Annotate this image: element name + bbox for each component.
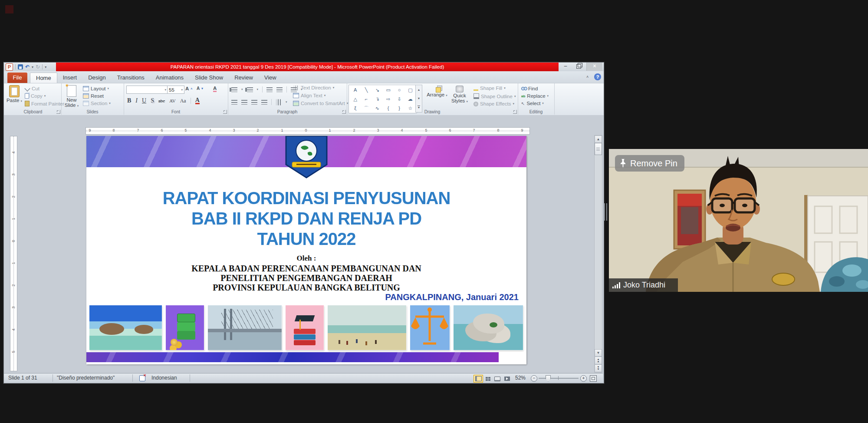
shape-arrow-icon[interactable]: ↘: [375, 86, 379, 94]
image-beach-rocks[interactable]: [89, 305, 162, 350]
shapes-more-icon[interactable]: ▼: [418, 106, 421, 109]
scroll-down-icon[interactable]: ▼: [595, 349, 602, 357]
bullets-icon[interactable]: [231, 87, 237, 92]
shape-rectangle-icon[interactable]: ▭: [386, 86, 390, 94]
align-left-icon[interactable]: [231, 100, 237, 105]
shape-outline-button[interactable]: Shape Outline ▾: [473, 93, 516, 99]
shape-triangle-icon[interactable]: △: [353, 95, 357, 103]
slide-show-button[interactable]: [502, 375, 512, 383]
slide-body-textbox[interactable]: KEPALA BADAN PERENCANAAN PEMBANGUNAN DAN…: [86, 264, 526, 292]
shape-effects-button[interactable]: Shape Effects ▾: [473, 101, 514, 106]
decrease-indent-icon[interactable]: [266, 87, 273, 92]
drawing-dialog-launcher-icon[interactable]: [513, 110, 517, 114]
zoom-slider-thumb[interactable]: [546, 375, 551, 382]
shape-cloud-icon[interactable]: ☁: [408, 95, 413, 103]
customize-qat-dropdown-icon[interactable]: ▾: [45, 65, 46, 69]
strikethrough-button[interactable]: abc: [158, 98, 165, 103]
image-scales-of-justice[interactable]: [410, 305, 450, 350]
font-color-button[interactable]: A: [195, 98, 200, 104]
help-icon[interactable]: ?: [594, 73, 601, 80]
align-center-icon[interactable]: [241, 100, 247, 105]
normal-view-button[interactable]: [473, 375, 483, 383]
next-slide-button[interactable]: ▼▼: [595, 364, 602, 372]
text-direction-button[interactable]: Text Direction ▾: [293, 85, 334, 90]
layout-button[interactable]: Layout ▾: [83, 86, 109, 91]
character-spacing-button[interactable]: AV: [169, 98, 175, 103]
slide-sorter-view-button[interactable]: [483, 375, 493, 383]
copy-button[interactable]: Copy ▾: [25, 93, 46, 99]
tab-transitions[interactable]: Transitions: [112, 73, 150, 83]
collapse-ribbon-icon[interactable]: ˄: [586, 75, 589, 79]
spell-check-icon[interactable]: [139, 375, 145, 381]
fit-slide-to-window-button[interactable]: [590, 375, 597, 382]
shape-textbox-icon[interactable]: A: [354, 86, 357, 94]
close-button[interactable]: ×: [586, 63, 602, 71]
shape-elbow-arrow-icon[interactable]: ↴: [375, 95, 379, 103]
quick-styles-button[interactable]: Quick Styles ▾: [450, 84, 469, 103]
shapes-scroll-up-icon[interactable]: ▲: [418, 88, 421, 91]
panel-resize-grip[interactable]: [604, 203, 605, 221]
bullets-dropdown-icon[interactable]: ▾: [241, 88, 243, 91]
shrink-font-button[interactable]: A▾: [197, 86, 203, 91]
zoom-out-button[interactable]: −: [531, 375, 537, 382]
language-status[interactable]: Indonesian: [151, 375, 177, 381]
text-shadow-button[interactable]: S: [151, 97, 154, 104]
columns-dropdown-icon[interactable]: ▾: [286, 100, 287, 104]
tab-home[interactable]: Home: [30, 73, 57, 83]
slide-footer-band[interactable]: [86, 352, 499, 362]
image-graduation-books[interactable]: [286, 305, 324, 350]
scroll-up-icon[interactable]: ▲: [595, 135, 602, 143]
align-right-icon[interactable]: [251, 100, 257, 105]
numbering-dropdown-icon[interactable]: ▾: [257, 88, 259, 91]
font-size-combo[interactable]: 55 ▾: [167, 86, 184, 94]
slide-oleh-label[interactable]: Oleh :: [86, 254, 526, 263]
minimize-button[interactable]: –: [559, 63, 572, 71]
redo-icon[interactable]: ↻: [36, 64, 40, 70]
columns-icon[interactable]: [276, 99, 281, 105]
powerpoint-app-icon[interactable]: P: [6, 63, 13, 71]
paste-dropdown-icon[interactable]: ▾: [21, 99, 23, 102]
increase-indent-icon[interactable]: [276, 87, 283, 92]
cut-button[interactable]: Cut: [25, 86, 39, 91]
underline-button[interactable]: U: [142, 97, 146, 104]
zoom-slider-track[interactable]: [539, 378, 579, 379]
scrollbar-thumb[interactable]: [595, 143, 602, 155]
tab-insert[interactable]: Insert: [57, 73, 83, 83]
convert-to-smartart-button[interactable]: Convert to SmartArt ▾: [293, 101, 348, 106]
image-suspension-bridge[interactable]: [208, 305, 282, 350]
new-slide-button[interactable]: New Slide ▾: [63, 84, 80, 108]
numbering-icon[interactable]: [247, 87, 253, 92]
align-text-button[interactable]: Align Text ▾: [293, 93, 326, 98]
paragraph-dialog-launcher-icon[interactable]: [342, 110, 346, 114]
tab-file[interactable]: File: [7, 73, 27, 83]
find-button[interactable]: Find: [521, 86, 538, 91]
reset-button[interactable]: Reset: [83, 93, 104, 99]
tab-view[interactable]: View: [259, 73, 282, 83]
grow-font-button[interactable]: A˄: [185, 86, 192, 91]
shapes-scroll-down-icon[interactable]: ▼: [418, 97, 421, 100]
shape-rounded-rectangle-icon[interactable]: ▢: [408, 86, 412, 94]
clear-formatting-button[interactable]: A: [213, 86, 217, 92]
justify-icon[interactable]: [261, 100, 267, 105]
shape-down-arrow-icon[interactable]: ⇩: [397, 95, 401, 103]
bangka-belitung-logo[interactable]: [283, 136, 330, 179]
slide-canvas[interactable]: RAPAT KOORDINASI PENYUSUNAN BAB II RKPD …: [86, 136, 526, 364]
shapes-gallery-scroll[interactable]: ▲ ▼ ▼: [415, 85, 422, 112]
shape-line-icon[interactable]: ╲: [365, 86, 368, 94]
tab-review[interactable]: Review: [229, 73, 259, 83]
format-painter-button[interactable]: Format Painter: [25, 101, 64, 106]
change-case-button[interactable]: Aa: [180, 98, 186, 104]
theme-name[interactable]: "Diseño predeterminado": [57, 375, 115, 381]
restore-button[interactable]: [572, 63, 585, 71]
previous-slide-button[interactable]: ▲▲: [595, 357, 602, 364]
replace-button[interactable]: ab Replace ▾: [521, 93, 549, 99]
italic-button[interactable]: I: [135, 97, 138, 104]
tab-slide-show[interactable]: Slide Show: [189, 73, 229, 83]
clipboard-dialog-launcher-icon[interactable]: [56, 110, 60, 114]
font-name-combo[interactable]: ▾: [126, 86, 168, 94]
shape-oval-icon[interactable]: ○: [398, 86, 401, 94]
save-icon[interactable]: [18, 64, 23, 69]
tab-design[interactable]: Design: [82, 73, 111, 83]
vertical-scrollbar[interactable]: ▲ ▼ ▲▲ ▼▼: [594, 135, 602, 373]
image-rocky-island[interactable]: [454, 305, 523, 350]
